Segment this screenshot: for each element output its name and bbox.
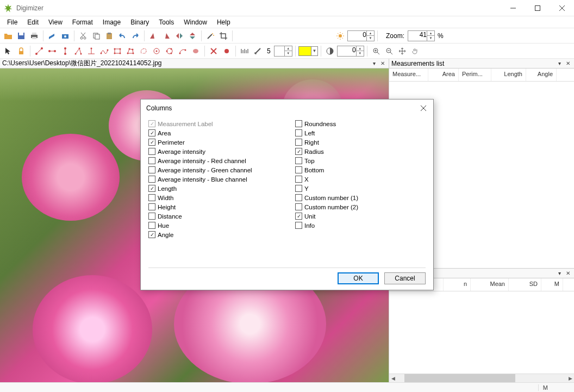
checkbox[interactable]	[295, 120, 302, 127]
checkbox[interactable]	[295, 194, 302, 201]
vline-tool-icon[interactable]	[59, 45, 71, 57]
hline-tool-icon[interactable]	[46, 45, 58, 57]
col-n[interactable]: n	[444, 278, 471, 291]
checkbox[interactable]	[295, 129, 302, 136]
brightness-icon[interactable]	[334, 30, 346, 42]
checkbox-row-l-2[interactable]: ✓Perimeter	[148, 138, 279, 147]
checkbox-row-r-2[interactable]: Right	[295, 138, 426, 147]
path-tool-icon[interactable]	[98, 45, 110, 57]
stats-body[interactable]	[389, 291, 574, 374]
spin-down-icon[interactable]: ▼	[366, 36, 374, 41]
checkbox-row-l-7[interactable]: ✓Length	[148, 184, 279, 193]
region-tool-icon[interactable]	[190, 45, 202, 57]
checkbox-row-r-3[interactable]: ✓Radius	[295, 147, 426, 156]
dialog-close-icon[interactable]	[419, 104, 428, 113]
checkbox-row-r-7[interactable]: Y	[295, 184, 426, 193]
checkbox-row-r-4[interactable]: Top	[295, 156, 426, 165]
checkbox-row-r-1[interactable]: Left	[295, 128, 426, 138]
scanner-icon[interactable]	[46, 30, 58, 42]
circle3p-tool-icon[interactable]	[164, 45, 176, 57]
menu-window[interactable]: Window	[179, 17, 212, 27]
checkbox[interactable]	[148, 194, 155, 201]
open-icon[interactable]	[2, 30, 14, 42]
checkbox-row-r-10[interactable]: ✓Unit	[295, 211, 426, 221]
pointer-icon[interactable]	[2, 45, 14, 57]
checkbox-row-r-11[interactable]: Info	[295, 221, 426, 230]
menu-view[interactable]: View	[43, 17, 67, 27]
menu-file[interactable]: File	[2, 17, 22, 27]
checkbox[interactable]: ✓	[148, 231, 155, 238]
paste-icon[interactable]	[103, 30, 115, 42]
ok-button[interactable]: OK	[338, 272, 379, 284]
col-sd[interactable]: SD	[509, 278, 541, 291]
brightness-input[interactable]: 0▲▼	[347, 30, 375, 41]
checkbox-row-l-9[interactable]: Height	[148, 202, 279, 211]
checkbox[interactable]	[148, 213, 155, 220]
contrast-icon[interactable]	[324, 45, 336, 57]
checkbox[interactable]	[295, 166, 302, 173]
checkbox[interactable]: ✓	[148, 185, 155, 192]
checkbox-row-l-8[interactable]: Width	[148, 193, 279, 202]
dropdown-icon[interactable]: ▾	[556, 270, 563, 277]
circle-tool-icon[interactable]	[151, 45, 163, 57]
checkbox[interactable]	[295, 185, 302, 192]
checkbox-row-r-9[interactable]: Custom number (2)	[295, 202, 426, 211]
checkbox-row-r-6[interactable]: X	[295, 175, 426, 184]
rotate-right-icon[interactable]	[160, 30, 172, 42]
move-icon[interactable]	[396, 45, 408, 57]
cut-icon[interactable]	[77, 30, 89, 42]
redo-icon[interactable]	[129, 30, 141, 42]
checkbox-row-r-0[interactable]: Roundness	[295, 119, 426, 128]
menu-format[interactable]: Format	[67, 17, 98, 27]
checkbox-row-l-11[interactable]: Hue	[148, 221, 279, 230]
zoom-in-icon[interactable]	[370, 45, 382, 57]
checkbox[interactable]	[295, 222, 302, 229]
checkbox[interactable]	[148, 203, 155, 210]
checkbox[interactable]	[148, 157, 155, 164]
menu-tools[interactable]: Tools	[154, 17, 179, 27]
close-button[interactable]	[550, 0, 574, 16]
zoom-out-icon[interactable]	[383, 45, 395, 57]
checkbox-row-l-10[interactable]: Distance	[148, 211, 279, 221]
undo-icon[interactable]	[116, 30, 128, 42]
save-icon[interactable]	[15, 30, 27, 42]
rotate-left-icon[interactable]	[147, 30, 159, 42]
maximize-button[interactable]	[525, 0, 550, 16]
col-perim[interactable]: Perim...	[459, 69, 491, 81]
perp-tool-icon[interactable]	[85, 45, 97, 57]
marker-icon[interactable]	[221, 45, 233, 57]
flip-v-icon[interactable]	[186, 30, 198, 42]
checkbox[interactable]	[148, 148, 155, 155]
spin-down-icon[interactable]: ▼	[284, 51, 292, 56]
checkbox-row-r-8[interactable]: Custom number (1)	[295, 193, 426, 202]
col-area[interactable]: Area	[428, 69, 459, 81]
checkbox-row-l-3[interactable]: Average intensity	[148, 147, 279, 156]
flip-h-icon[interactable]	[173, 30, 185, 42]
col-measure[interactable]: Measure...	[389, 69, 428, 81]
panel-close-icon[interactable]: ✕	[379, 60, 386, 67]
angle-tool-icon[interactable]	[72, 45, 84, 57]
checkbox[interactable]	[295, 157, 302, 164]
delete-icon[interactable]	[208, 45, 220, 57]
checkbox[interactable]	[295, 203, 302, 210]
checkbox-row-l-6[interactable]: Average intensity - Blue channel	[148, 175, 279, 184]
contrast-input[interactable]: 0▲▼	[337, 46, 364, 57]
rect-tool-icon[interactable]	[111, 45, 123, 57]
spin-up-icon[interactable]: ▲	[356, 46, 364, 52]
checkbox[interactable]: ✓	[295, 213, 302, 220]
dropdown-icon[interactable]: ▾	[370, 60, 378, 67]
camera-icon[interactable]	[59, 30, 71, 42]
menu-edit[interactable]: Edit	[22, 17, 43, 27]
spin-down-icon[interactable]: ▼	[356, 51, 364, 56]
checkbox[interactable]: ✓	[295, 148, 302, 155]
spin-up-icon[interactable]: ▲	[284, 46, 292, 52]
checkbox-row-r-5[interactable]: Bottom	[295, 165, 426, 175]
copy-icon[interactable]	[90, 30, 102, 42]
zoom-input[interactable]: 41▲▼	[408, 30, 435, 41]
line-tool-icon[interactable]	[33, 45, 45, 57]
col-mean[interactable]: Mean	[471, 278, 509, 291]
menu-binary[interactable]: Binary	[126, 17, 154, 27]
dropdown-icon[interactable]: ▾	[556, 60, 563, 67]
arc-tool-icon[interactable]	[177, 45, 189, 57]
minimize-button[interactable]	[501, 0, 525, 16]
